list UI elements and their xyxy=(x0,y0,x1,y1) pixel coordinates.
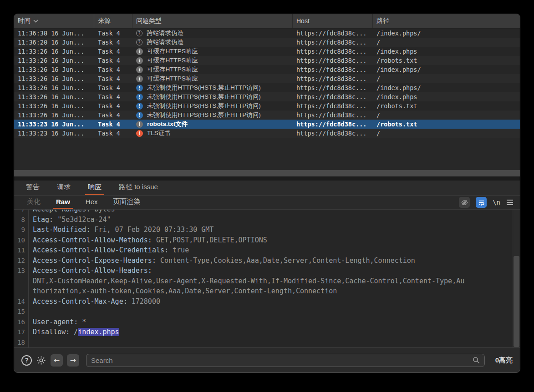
row-issue: !未强制使用HTTPS(HSTS,禁止HTTP访问) xyxy=(132,102,293,110)
row-host: https://fdc8d38c... xyxy=(293,130,373,137)
code-segment: GET,POST,PUT,DELETE,OPTIONS xyxy=(156,236,267,244)
info-severity-icon: i xyxy=(136,121,143,128)
row-source: Task 4 xyxy=(94,66,132,73)
search-icon xyxy=(473,357,480,364)
line-number xyxy=(14,276,29,286)
alert-orange-severity-icon: ! xyxy=(136,130,143,137)
row-host: https://fdc8d38c... xyxy=(293,102,373,110)
line-content: DNT,X-CustomHeader,Keep-Alive,User-Agent… xyxy=(29,276,464,286)
row-issue-label: 跨站请求伪造 xyxy=(147,29,183,37)
code-segment: Fri, 07 Feb 2020 07:33:30 GMT xyxy=(94,226,214,234)
row-host: https://fdc8d38c... xyxy=(293,93,373,101)
table-row[interactable]: 11:33:23 16 Jun...Task 4!TLS证书https://fd… xyxy=(14,129,520,138)
hide-content-button[interactable] xyxy=(459,197,470,208)
line-content: Accept-Ranges: bytes xyxy=(29,210,115,215)
line-number xyxy=(14,286,29,297)
table-row[interactable]: 11:33:26 16 Jun...Task 4i可缓存HTTPS响应https… xyxy=(14,56,520,65)
column-header-host-label: Host xyxy=(296,17,310,25)
search-field[interactable] xyxy=(86,354,485,367)
table-row[interactable]: 11:33:26 16 Jun...Task 4!未强制使用HTTPS(HSTS… xyxy=(14,92,520,101)
row-path: /robots.txt xyxy=(373,57,520,64)
eye-off-icon xyxy=(461,199,468,206)
table-row[interactable]: 11:33:26 16 Jun...Task 4i可缓存HTTPS响应https… xyxy=(14,47,520,56)
row-host: https://fdc8d38c... xyxy=(293,75,373,82)
code-segment: Access-Control-Allow-Methods: xyxy=(33,236,156,244)
newline-toggle[interactable]: \n xyxy=(493,199,500,206)
column-header-source-label: 来源 xyxy=(98,17,111,25)
column-header-path[interactable]: 路径 xyxy=(373,14,520,28)
code-segment: Access-Control-Expose-Headers: xyxy=(33,256,160,265)
code-segment: User-agent: * xyxy=(33,318,86,326)
line-number: 9 xyxy=(14,225,29,235)
pane-splitter[interactable] xyxy=(14,170,520,176)
line-content: thorization,x-auth-token,Cookies,Aaa,Dat… xyxy=(29,286,337,297)
menu-icon[interactable] xyxy=(506,199,514,206)
row-time: 11:36:38 16 Jun... xyxy=(14,30,94,37)
table-row[interactable]: 11:33:26 16 Jun...Task 4!未强制使用HTTPS(HSTS… xyxy=(14,111,520,120)
tab-路径 to issue[interactable]: 路径 to issue xyxy=(116,181,161,195)
subtab-Hex[interactable]: Hex xyxy=(83,196,101,209)
row-issue-label: 可缓存HTTPS响应 xyxy=(147,65,198,74)
table-row[interactable]: 11:36:20 16 Jun...Task 4?跨站请求伪造https://f… xyxy=(14,38,520,47)
row-source: Task 4 xyxy=(94,121,132,128)
column-header-issue-type[interactable]: 问题类型 xyxy=(132,14,293,28)
column-header-host[interactable]: Host xyxy=(293,14,373,28)
table-row[interactable]: 11:33:26 16 Jun...Task 4!未强制使用HTTPS(HSTS… xyxy=(14,101,520,111)
gear-icon[interactable] xyxy=(36,355,46,366)
line-content xyxy=(29,337,33,348)
column-header-issue-type-label: 问题类型 xyxy=(136,17,162,25)
line-number: 16 xyxy=(14,317,29,327)
line-number: 18 xyxy=(14,337,29,348)
row-time: 11:33:23 16 Jun... xyxy=(14,130,94,137)
row-issue: !TLS证书 xyxy=(132,129,293,137)
word-wrap-icon xyxy=(478,199,485,206)
forward-button[interactable]: → xyxy=(67,354,79,367)
help-icon[interactable]: ? xyxy=(21,355,32,366)
row-host: https://fdc8d38c... xyxy=(293,121,373,128)
column-header-time[interactable]: 时间 xyxy=(14,14,94,28)
vertical-scrollbar[interactable] xyxy=(513,210,520,347)
code-line: 18 xyxy=(14,337,520,348)
row-time: 11:33:26 16 Jun... xyxy=(14,84,94,91)
question-severity-icon: ? xyxy=(136,39,142,45)
subtab-Raw[interactable]: Raw xyxy=(53,196,73,209)
info-severity-icon: i xyxy=(136,75,143,82)
code-segment: Accept-Ranges: xyxy=(33,210,94,213)
subtab-页面渲染[interactable]: 页面渲染 xyxy=(111,196,143,209)
tab-警告[interactable]: 警告 xyxy=(23,181,42,195)
row-host: https://fdc8d38c... xyxy=(293,66,373,73)
table-row[interactable]: 11:33:26 16 Jun...Task 4i可缓存HTTPS响应https… xyxy=(14,65,520,74)
table-empty-area xyxy=(14,138,520,170)
row-source: Task 4 xyxy=(94,48,132,55)
row-host: https://fdc8d38c... xyxy=(293,111,373,119)
table-row[interactable]: 11:36:38 16 Jun...Task 4?跨站请求伪造https://f… xyxy=(14,29,520,38)
code-line: 7Accept-Ranges: bytes xyxy=(14,210,520,215)
tab-请求[interactable]: 请求 xyxy=(54,181,73,195)
row-path: /index.phps xyxy=(373,93,520,101)
column-header-source[interactable]: 来源 xyxy=(94,14,132,28)
code-line: 13Access-Control-Allow-Headers: xyxy=(14,266,520,276)
row-issue: !未强制使用HTTPS(HSTS,禁止HTTP访问) xyxy=(132,111,293,119)
table-row[interactable]: 11:33:26 16 Jun...Task 4!未强制使用HTTPS(HSTS… xyxy=(14,83,520,92)
tab-响应[interactable]: 响应 xyxy=(85,181,104,195)
line-number: 14 xyxy=(14,297,29,307)
alert-blue-severity-icon: ! xyxy=(136,103,143,110)
line-number: 11 xyxy=(14,245,29,256)
issue-rows: 11:36:38 16 Jun...Task 4?跨站请求伪造https://f… xyxy=(14,29,520,138)
response-viewer[interactable]: 7Accept-Ranges: bytes8Etag: "5e3d12ca-24… xyxy=(14,210,520,347)
code-line: 11Access-Control-Allow-Credentials: true xyxy=(14,245,520,256)
search-input[interactable] xyxy=(91,357,473,364)
row-issue: irobots.txt文件 xyxy=(132,120,293,128)
table-row[interactable]: 11:33:26 16 Jun...Task 4i可缓存HTTPS响应https… xyxy=(14,74,520,83)
row-source: Task 4 xyxy=(94,75,132,82)
subtab-美化[interactable]: 美化 xyxy=(24,196,43,209)
arrow-right-icon: → xyxy=(70,356,76,365)
issue-table-header: 时间 来源 问题类型 Host 路径 xyxy=(14,14,520,29)
row-path: /robots.txt xyxy=(373,102,520,110)
alert-blue-severity-icon: ! xyxy=(136,94,143,101)
line-number: 15 xyxy=(14,307,29,317)
word-wrap-button[interactable] xyxy=(476,197,487,208)
scrollbar-thumb[interactable] xyxy=(514,256,519,347)
back-button[interactable]: ← xyxy=(51,354,63,367)
table-row[interactable]: 11:33:23 16 Jun...Task 4irobots.txt文件htt… xyxy=(14,120,520,129)
